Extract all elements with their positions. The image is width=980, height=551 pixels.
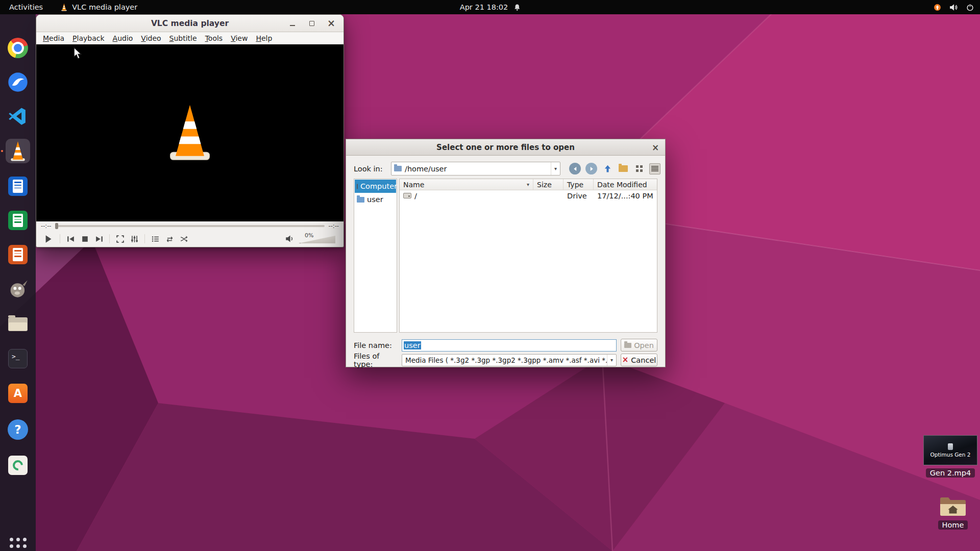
menu-subtitle[interactable]: Subtitle <box>165 33 201 43</box>
loop-button[interactable] <box>162 232 177 245</box>
files-of-type-combobox[interactable]: Media Files ( *.3g2 *.3gp *.3gp2 *.3gpp … <box>402 354 617 366</box>
dock-item-vscode[interactable] <box>6 104 30 129</box>
dialog-titlebar[interactable]: Select one or more files to open × <box>346 139 665 156</box>
libreoffice-writer-icon <box>8 177 28 196</box>
dock-item-libreoffice-writer[interactable] <box>6 174 30 198</box>
place-user[interactable]: user <box>355 193 396 206</box>
close-button[interactable]: × <box>326 18 336 29</box>
seek-slider[interactable] <box>55 225 324 227</box>
chevron-down-icon[interactable]: ▾ <box>551 162 560 175</box>
look-in-value: /home/user <box>405 165 548 173</box>
dock: >_ A ? <box>0 14 36 551</box>
dock-item-chrome[interactable] <box>6 36 30 60</box>
playlist-icon <box>152 236 159 242</box>
desktop-shortcut-home[interactable]: Home <box>934 495 972 530</box>
video-thumbnail[interactable]: Optimus Gen 2 <box>923 435 977 465</box>
forward-icon <box>589 166 594 171</box>
forward-button[interactable] <box>585 163 597 174</box>
list-view-button[interactable] <box>633 163 645 174</box>
ubuntu-software-icon: A <box>8 384 28 403</box>
equalizer-icon <box>131 235 138 243</box>
dialog-toolbar <box>569 163 660 174</box>
clock-label: Apr 21 18:02 <box>460 3 508 11</box>
column-header-size[interactable]: Size <box>533 179 564 190</box>
new-folder-icon <box>619 165 628 172</box>
detail-view-icon <box>651 166 658 172</box>
look-in-combobox[interactable]: /home/user ▾ <box>391 162 560 176</box>
place-computer[interactable]: Computer <box>355 180 396 193</box>
dock-item-ubuntu-software[interactable]: A <box>6 381 30 406</box>
thunderbird-icon <box>8 72 28 92</box>
next-button[interactable] <box>92 232 106 245</box>
desktop-shortcut-video[interactable]: Optimus Gen 2 Gen 2.mp4 <box>922 435 979 478</box>
column-header-date-modified[interactable]: Date Modified <box>594 179 657 190</box>
vlc-titlebar[interactable]: VLC media player × <box>36 15 344 32</box>
show-applications-button[interactable] <box>6 534 30 551</box>
volume-control[interactable]: 0% <box>285 231 340 247</box>
stop-button[interactable] <box>78 232 92 245</box>
seek-handle[interactable] <box>55 223 58 229</box>
create-new-folder-button[interactable] <box>618 163 629 174</box>
open-folder-icon <box>624 343 631 348</box>
chevron-down-icon[interactable]: ▾ <box>607 355 616 366</box>
system-status-area[interactable] <box>934 0 974 14</box>
dock-item-gimp[interactable] <box>6 277 30 302</box>
detail-view-button[interactable] <box>649 163 660 174</box>
minimize-button[interactable] <box>287 18 298 29</box>
dock-item-files[interactable] <box>6 312 30 336</box>
focused-app-name: VLC media player <box>72 3 137 11</box>
row-type: Drive <box>564 192 594 200</box>
fullscreen-button[interactable] <box>113 232 127 245</box>
place-user-label: user <box>367 195 383 204</box>
menu-audio[interactable]: Audio <box>109 33 137 43</box>
menu-tools[interactable]: Tools <box>201 33 227 43</box>
parent-directory-button[interactable] <box>602 163 613 174</box>
dock-item-help[interactable]: ? <box>6 417 30 442</box>
dock-item-libreoffice-impress[interactable] <box>6 242 30 267</box>
play-button[interactable] <box>39 232 57 245</box>
play-icon <box>44 235 53 243</box>
dock-item-terminal[interactable]: >_ <box>6 346 30 371</box>
vlc-video-area[interactable] <box>36 44 344 221</box>
menu-media[interactable]: Media <box>39 33 68 43</box>
random-button[interactable] <box>177 232 191 245</box>
sort-indicator-icon: ▾ <box>527 182 529 187</box>
activities-button[interactable]: Activities <box>0 0 52 14</box>
dock-item-extensions[interactable] <box>6 453 30 478</box>
playlist-button[interactable] <box>148 232 162 245</box>
file-name-input[interactable]: user <box>402 339 617 352</box>
folder-icon <box>394 166 402 171</box>
file-list-header: Name ▾ Size Type Date Modified <box>400 179 657 190</box>
column-header-name[interactable]: Name ▾ <box>400 179 533 190</box>
app-grid-icon <box>10 538 27 551</box>
clock-menu[interactable]: Apr 21 18:02 <box>460 0 521 14</box>
fullscreen-icon <box>116 235 124 243</box>
volume-handle[interactable] <box>299 236 301 243</box>
menu-view[interactable]: View <box>227 33 252 43</box>
file-name-value: user <box>404 341 421 349</box>
extended-settings-button[interactable] <box>127 232 141 245</box>
maximize-button[interactable] <box>307 18 317 29</box>
file-list: Name ▾ Size Type Date Modified / Drive 1… <box>399 179 657 333</box>
vlc-control-bar: --:-- --:-- <box>36 221 344 247</box>
focused-app-indicator[interactable]: VLC media player <box>60 3 137 11</box>
menu-help[interactable]: Help <box>252 33 276 43</box>
dock-item-libreoffice-calc[interactable] <box>6 208 30 233</box>
stop-icon <box>82 236 88 242</box>
open-button[interactable]: Open <box>621 339 657 352</box>
table-row[interactable]: / Drive 17/12/...:40 PM <box>400 190 657 201</box>
menu-playback[interactable]: Playback <box>68 33 108 43</box>
volume-slider[interactable] <box>299 236 335 243</box>
previous-button[interactable] <box>63 232 78 245</box>
cancel-button[interactable]: × Cancel <box>621 354 657 366</box>
dialog-close-button[interactable]: × <box>651 143 660 152</box>
back-button[interactable] <box>569 163 581 174</box>
dock-item-thunderbird[interactable] <box>6 70 30 94</box>
dock-item-vlc[interactable] <box>6 139 30 163</box>
column-header-type[interactable]: Type <box>564 179 594 190</box>
gimp-icon <box>8 279 28 299</box>
menu-video[interactable]: Video <box>137 33 165 43</box>
window-controls: × <box>287 15 336 32</box>
places-sidebar: Computer user <box>354 179 397 333</box>
next-icon <box>95 236 103 242</box>
